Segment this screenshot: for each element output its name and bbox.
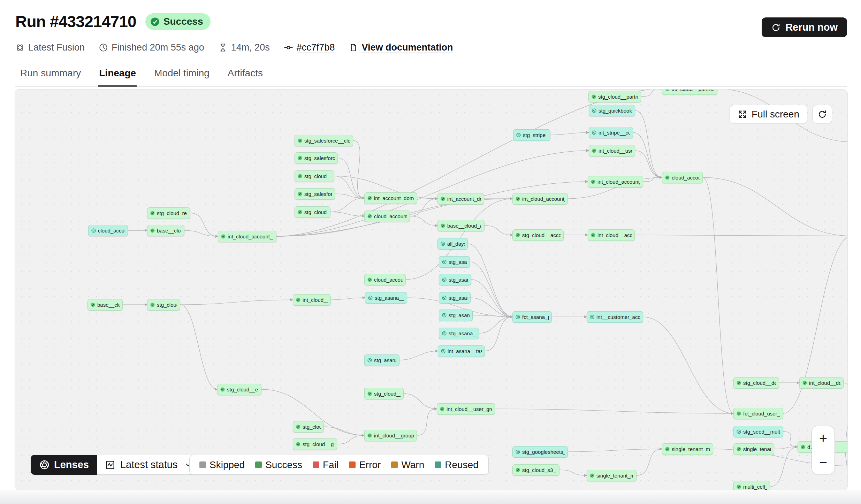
node-success-icon	[591, 180, 595, 184]
graph-node[interactable]: int_cloud__accoun…	[588, 229, 635, 241]
graph-node[interactable]: single_tenant_…	[733, 443, 774, 455]
graph-node[interactable]: stg_cloud__email…	[217, 384, 261, 395]
graph-node[interactable]: stg_cloud__…	[295, 206, 330, 218]
graph-node[interactable]: int_cloud_account_ma…	[512, 193, 568, 205]
node-reused-icon	[442, 313, 447, 318]
node-reused-icon	[737, 429, 741, 434]
duration-meta: 14m, 20s	[218, 42, 270, 53]
graph-node-label: int__customer_account…	[596, 314, 640, 320]
commit-label: #cc7f7b8	[297, 42, 335, 53]
run-page: Run #433214710 Success Rerun now	[0, 0, 861, 504]
graph-node[interactable]: stg_cloud__devel…	[733, 377, 779, 389]
graph-node[interactable]: stg_stripe__c…	[513, 129, 550, 141]
lineage-canvas[interactable]: stg_salesforce__cloud_…stg_salesforce_…s…	[15, 89, 848, 490]
graph-node[interactable]: stg_asana__pr…	[439, 328, 479, 339]
graph-node[interactable]: stg_asana_…	[439, 274, 471, 285]
node-success-icon	[220, 387, 225, 392]
graph-node[interactable]: stg_cloud__…	[147, 299, 180, 311]
canvas-refresh-button[interactable]	[813, 105, 832, 123]
graph-node[interactable]: base__cloud_…	[147, 225, 184, 236]
lenses-label: Lenses	[54, 459, 89, 471]
graph-node[interactable]: cloud_account…	[662, 172, 703, 183]
graph-node-label: stg_quickbooks__a…	[599, 108, 632, 114]
graph-node-label: all_days	[447, 241, 465, 247]
graph-node[interactable]: int_account_domain…	[364, 192, 417, 204]
graph-node[interactable]: stg_cloud__group…	[293, 438, 337, 450]
tab-artifacts[interactable]: Artifacts	[227, 64, 264, 87]
graph-node[interactable]: int_account_dom…	[437, 193, 484, 205]
page-title: Run #433214710	[15, 12, 136, 31]
graph-node[interactable]: cloud_accounts_…	[364, 211, 410, 222]
graph-node[interactable]: int_cloud__user_group…	[437, 403, 495, 415]
zoom-control: + −	[812, 426, 835, 474]
graph-node[interactable]: single_tenant_mapp…	[662, 443, 713, 455]
graph-node-label: stg_asana__pr…	[449, 330, 476, 336]
commit-link[interactable]: #cc7f7b8	[284, 42, 335, 53]
graph-node[interactable]: int_cloud__user_ac…	[589, 145, 635, 156]
clock-icon	[99, 43, 108, 52]
graph-node[interactable]: stg_cloud_region…	[147, 207, 190, 219]
refresh-icon	[771, 23, 781, 32]
document-icon	[349, 43, 358, 52]
lenses-button[interactable]: Lenses	[31, 455, 97, 475]
zoom-out-button[interactable]: −	[812, 450, 835, 474]
graph-node[interactable]: stg_cloud_s3_singl…	[512, 464, 559, 476]
graph-node[interactable]: stg_cloud__partner_c…	[588, 91, 641, 102]
graph-node[interactable]: stg_asana…	[439, 256, 470, 268]
graph-node[interactable]: fct_cloud_user_acc…	[733, 408, 783, 419]
graph-node[interactable]: single_tenant_map…	[587, 470, 637, 481]
graph-node[interactable]: stg_quickbooks__a…	[589, 105, 635, 116]
graph-node-label: int_account_domain…	[374, 195, 414, 201]
graph-node[interactable]: int_asana__task_s…	[438, 345, 485, 357]
graph-node-label: stg_cloud__group…	[303, 441, 334, 447]
graph-node[interactable]: stg_asana__tas…	[365, 292, 407, 304]
graph-node-label: int_cloud_account__m…	[228, 234, 273, 239]
lens-status-dropdown[interactable]: Latest status	[97, 455, 200, 475]
graph-node-label: stg_cloud_…	[303, 424, 321, 430]
node-reused-icon	[592, 108, 596, 113]
node-success-icon	[737, 447, 741, 451]
graph-node[interactable]: stg_cloud__accounts…	[512, 229, 564, 241]
graph-node[interactable]: int_cloud__us…	[293, 294, 331, 306]
graph-node[interactable]: stg_salesforce_…	[295, 152, 338, 164]
graph-node-label: single_tenant_mapp…	[672, 446, 710, 452]
graph-node[interactable]: base__cloud_acco…	[437, 220, 485, 231]
graph-node[interactable]: cloud_account…	[364, 274, 406, 285]
graph-node[interactable]: stg_cloud__us…	[364, 388, 404, 399]
graph-node-label: stg_googlesheets__sin…	[522, 449, 565, 455]
graph-node[interactable]: all_days	[437, 238, 468, 250]
graph-node[interactable]: int_cloud__devel…	[799, 377, 844, 389]
graph-node[interactable]: stg_googlesheets__sin…	[512, 446, 568, 458]
graph-node[interactable]: stg_cloud__us…	[295, 170, 334, 182]
graph-node[interactable]: stg_asana__…	[364, 354, 399, 366]
graph-node[interactable]: stg_cloud_…	[293, 421, 324, 433]
graph-node[interactable]: stg_asana__…	[439, 310, 473, 321]
legend-swatch	[313, 461, 319, 468]
graph-node[interactable]: stg_seed__multireg…	[733, 426, 783, 437]
graph-node[interactable]: fct_asana_proj…	[512, 311, 552, 323]
rerun-button[interactable]: Rerun now	[762, 17, 847, 37]
graph-node[interactable]: multi_cell_m…	[733, 481, 770, 490]
graph-node[interactable]: int_stripe__custo…	[589, 127, 633, 138]
graph-node[interactable]: base__clou…	[87, 299, 123, 311]
tab-run-summary[interactable]: Run summary	[20, 64, 82, 87]
graph-node[interactable]: int__customer_account…	[587, 311, 643, 323]
node-success-icon	[298, 192, 302, 196]
graph-node[interactable]: int_cloud_account__m…	[218, 231, 276, 242]
tab-lineage[interactable]: Lineage	[98, 64, 137, 87]
tab-model-timing[interactable]: Model timing	[153, 64, 210, 87]
zoom-in-button[interactable]: +	[812, 426, 835, 450]
graph-node[interactable]: stg_salesforce…	[295, 188, 335, 200]
graph-node[interactable]: cloud_account…	[88, 225, 128, 236]
graph-node[interactable]: stg_salesforce__cloud_…	[295, 135, 353, 146]
lenses-bar: Lenses Latest status	[31, 455, 200, 475]
graph-node[interactable]: stg_asana…	[439, 292, 471, 304]
check-circle-icon	[150, 17, 160, 27]
view-documentation-link[interactable]: View documentation	[349, 42, 453, 53]
graph-node[interactable]: int_cloud__partner_con…	[662, 89, 717, 95]
graph-node[interactable]: int_cloud_account_ma…	[588, 176, 643, 188]
full-screen-button[interactable]: Full screen	[730, 105, 807, 123]
graph-node[interactable]: int_cloud__group_per…	[364, 430, 417, 441]
graph-node-label: single_tenant_map…	[596, 473, 633, 479]
legend-swatch	[435, 461, 441, 468]
